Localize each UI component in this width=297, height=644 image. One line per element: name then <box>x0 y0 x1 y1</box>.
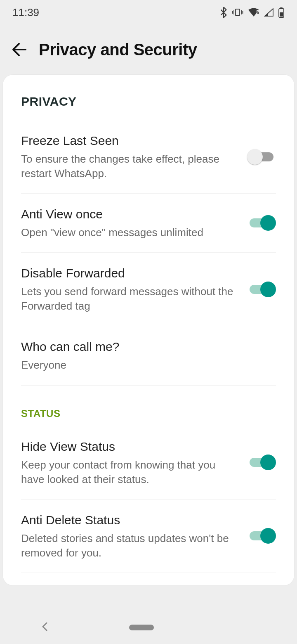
toggle-disable-forwarded[interactable] <box>247 282 276 297</box>
setting-anti-view-once[interactable]: Anti View once Open "view once" messages… <box>21 194 276 253</box>
setting-anti-delete-status[interactable]: Anti Delete Status Deleted stories and s… <box>21 500 276 573</box>
setting-subtitle: Deleted stories and status updates won't… <box>21 531 239 560</box>
bluetooth-icon <box>219 7 228 18</box>
wifi-icon: 5 <box>248 7 260 17</box>
setting-subtitle: Lets you send forward messages without t… <box>21 284 239 313</box>
setting-title: Disable Forwarded <box>21 265 239 281</box>
setting-title: Anti Delete Status <box>21 512 239 528</box>
toggle-anti-delete-status[interactable] <box>247 528 276 544</box>
svg-rect-6 <box>280 7 283 9</box>
svg-rect-0 <box>236 9 240 16</box>
section-header-status: STATUS <box>3 386 294 426</box>
vibrate-icon <box>232 8 243 17</box>
battery-icon <box>278 7 285 18</box>
system-nav-bar <box>0 611 297 644</box>
setting-subtitle: Keep your contact from knowing that you … <box>21 458 239 487</box>
app-header: Privacy and Security <box>0 25 297 74</box>
signal-icon <box>264 8 274 17</box>
status-icons: 5 <box>219 7 285 18</box>
status-time: 11:39 <box>12 6 39 19</box>
setting-subtitle: Open "view once" messages unlimited <box>21 225 239 240</box>
nav-back-button[interactable] <box>40 621 50 634</box>
setting-disable-forwarded[interactable]: Disable Forwarded Lets you send forward … <box>21 253 276 326</box>
toggle-hide-view-status[interactable] <box>247 455 276 470</box>
svg-rect-7 <box>280 12 283 17</box>
setting-title: Who can call me? <box>21 339 268 355</box>
setting-title: Hide View Status <box>21 438 239 455</box>
setting-who-can-call[interactable]: Who can call me? Everyone <box>21 326 276 385</box>
page-title: Privacy and Security <box>39 40 197 59</box>
setting-title: Freeze Last Seen <box>21 133 239 149</box>
setting-title: Anti View once <box>21 206 239 222</box>
nav-home-pill[interactable] <box>129 625 154 630</box>
setting-subtitle: To ensure the changes take effect, pleas… <box>21 152 239 181</box>
section-header-privacy: PRIVACY <box>3 75 294 120</box>
setting-subtitle: Everyone <box>21 358 268 372</box>
status-bar: 11:39 5 <box>0 0 297 25</box>
toggle-freeze-last-seen[interactable] <box>247 149 276 165</box>
toggle-anti-view-once[interactable] <box>247 215 276 231</box>
setting-hide-view-status[interactable]: Hide View Status Keep your contact from … <box>21 426 276 500</box>
settings-card: PRIVACY Freeze Last Seen To ensure the c… <box>2 74 295 586</box>
setting-freeze-last-seen[interactable]: Freeze Last Seen To ensure the changes t… <box>21 120 276 194</box>
back-button[interactable] <box>11 41 27 58</box>
